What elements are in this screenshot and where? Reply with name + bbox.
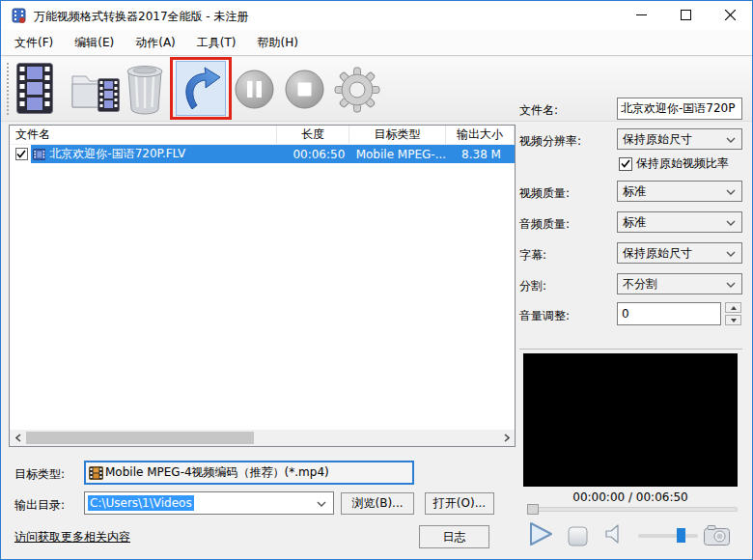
app-window: 万能视频格式转换器2017全能版 - 未注册 文件(F) 编辑(E) 动作(A)… <box>0 0 753 560</box>
output-dir-combobox[interactable]: C:\Users\1\Videos <box>84 491 334 515</box>
scroll-right-arrow[interactable] <box>498 430 515 446</box>
menu-action[interactable]: 动作(A) <box>133 33 178 53</box>
column-header-output-size[interactable]: 输出大小 <box>446 126 515 144</box>
play-button[interactable] <box>528 520 554 547</box>
scroll-left-arrow[interactable] <box>10 430 26 446</box>
chevron-down-icon <box>726 137 736 143</box>
column-header-target-type[interactable]: 目标类型 <box>349 126 446 144</box>
file-list: 文件名 长度 目标类型 输出大小 北京欢迎你-国语720P.FLV 00:06:… <box>9 125 516 447</box>
chevron-right-icon <box>504 434 510 442</box>
player-stop-button[interactable] <box>568 526 588 546</box>
file-row[interactable]: 北京欢迎你-国语720P.FLV 00:06:50 Mobile MPEG-..… <box>10 145 515 163</box>
more-content-link[interactable]: 访问获取更多相关内容 <box>14 529 130 546</box>
file-name-cell: 北京欢迎你-国语720P.FLV <box>49 146 265 162</box>
maximize-icon <box>681 10 691 20</box>
close-icon <box>725 10 736 20</box>
volume-label: 音量调整: <box>519 308 570 324</box>
split-value: 不分割 <box>623 276 657 293</box>
chevron-down-icon <box>726 189 736 195</box>
column-header-filename[interactable]: 文件名 <box>10 126 277 144</box>
seek-slider[interactable] <box>527 507 738 512</box>
seek-handle[interactable] <box>527 504 539 515</box>
browse-button[interactable]: 浏览(B)... <box>341 492 414 515</box>
check-icon <box>621 159 630 168</box>
scrollbar-thumb[interactable] <box>26 432 254 444</box>
keep-ratio-label: 保持原始视频比率 <box>636 155 729 172</box>
app-icon <box>12 8 27 23</box>
filename-label: 文件名: <box>519 102 558 119</box>
column-header-duration[interactable]: 长度 <box>277 126 349 144</box>
split-label: 分割: <box>519 278 546 294</box>
split-select[interactable]: 不分割 <box>617 273 742 294</box>
volume-input[interactable]: 0 <box>617 302 721 325</box>
volume-value: 0 <box>622 307 629 321</box>
video-file-icon <box>33 149 46 160</box>
format-film-icon <box>89 466 103 480</box>
chevron-left-icon <box>15 434 21 442</box>
target-type-cell: Mobile MPEG-... <box>354 148 448 161</box>
toolbar-gripper <box>7 63 10 115</box>
subtitle-value: 保持原始尺寸 <box>623 245 692 262</box>
preview-divider <box>519 349 742 350</box>
convert-button[interactable] <box>176 61 226 116</box>
audio-quality-select[interactable]: 标准 <box>617 211 742 233</box>
triangle-down-icon <box>731 319 737 322</box>
add-folder-button[interactable] <box>70 69 121 113</box>
filename-value: 北京欢迎你-国语720P <box>621 100 735 117</box>
video-preview <box>523 353 738 487</box>
menu-bar: 文件(F) 编辑(E) 动作(A) 工具(T) 帮助(H) <box>1 30 752 56</box>
snapshot-button[interactable] <box>704 525 730 546</box>
resolution-label: 视频分辨率: <box>519 133 581 150</box>
spin-up-button[interactable] <box>725 302 741 313</box>
menu-tools[interactable]: 工具(T) <box>195 33 238 53</box>
keep-ratio-row: 保持原始视频比率 <box>619 155 729 172</box>
log-button[interactable]: 日志 <box>419 525 489 548</box>
horizontal-scrollbar[interactable] <box>10 430 515 446</box>
output-dir-value: C:\Users\1\Videos <box>88 495 194 511</box>
delete-button[interactable] <box>123 63 167 115</box>
chevron-down-icon <box>726 220 736 226</box>
menu-help[interactable]: 帮助(H) <box>256 33 300 53</box>
chevron-down-icon <box>726 282 736 288</box>
settings-button[interactable] <box>333 66 381 114</box>
volume-slider-handle[interactable] <box>677 528 685 543</box>
volume-slider[interactable] <box>638 534 698 538</box>
chevron-down-icon <box>726 251 736 257</box>
duration-cell: 00:06:50 <box>284 148 354 161</box>
resolution-select[interactable]: 保持原始尺寸 <box>617 128 742 150</box>
video-quality-label: 视频质量: <box>519 185 570 202</box>
target-type-field[interactable]: Mobile MPEG-4视频编码（推荐）(*.mp4) <box>84 461 414 485</box>
menu-edit[interactable]: 编辑(E) <box>72 33 116 53</box>
subtitle-select[interactable]: 保持原始尺寸 <box>617 242 742 264</box>
open-button[interactable]: 打开(O)... <box>425 492 494 515</box>
target-type-value: Mobile MPEG-4视频编码（推荐）(*.mp4) <box>105 464 329 481</box>
chevron-down-icon <box>317 501 326 507</box>
check-icon <box>16 150 26 158</box>
file-row-checkbox[interactable] <box>15 148 28 160</box>
video-quality-select[interactable]: 标准 <box>617 181 742 202</box>
add-file-button[interactable] <box>16 63 53 114</box>
audio-quality-label: 音频质量: <box>519 216 570 233</box>
volume-spinner <box>725 302 741 325</box>
close-button[interactable] <box>708 1 752 29</box>
resolution-value: 保持原始尺寸 <box>623 131 692 148</box>
output-dir-label: 输出目录: <box>14 497 65 514</box>
spin-down-button[interactable] <box>725 315 741 325</box>
menu-file[interactable]: 文件(F) <box>13 33 55 53</box>
mute-button[interactable] <box>605 524 620 544</box>
keep-ratio-checkbox[interactable] <box>619 157 632 171</box>
subtitle-label: 字幕: <box>519 247 546 264</box>
file-list-header: 文件名 长度 目标类型 输出大小 <box>10 126 515 145</box>
filename-input[interactable]: 北京欢迎你-国语720P <box>617 98 742 120</box>
title-bar: 万能视频格式转换器2017全能版 - 未注册 <box>1 1 752 30</box>
target-type-label: 目标类型: <box>14 466 65 483</box>
stop-button[interactable] <box>285 70 324 109</box>
convert-icon <box>180 67 222 111</box>
window-title: 万能视频格式转换器2017全能版 - 未注册 <box>34 9 249 25</box>
maximize-button[interactable] <box>663 1 708 29</box>
minimize-button[interactable] <box>619 1 663 29</box>
pause-button[interactable] <box>235 70 274 109</box>
playback-time: 00:00:00 / 00:06:50 <box>523 490 738 504</box>
minimize-icon <box>636 10 647 20</box>
triangle-up-icon <box>731 306 737 310</box>
